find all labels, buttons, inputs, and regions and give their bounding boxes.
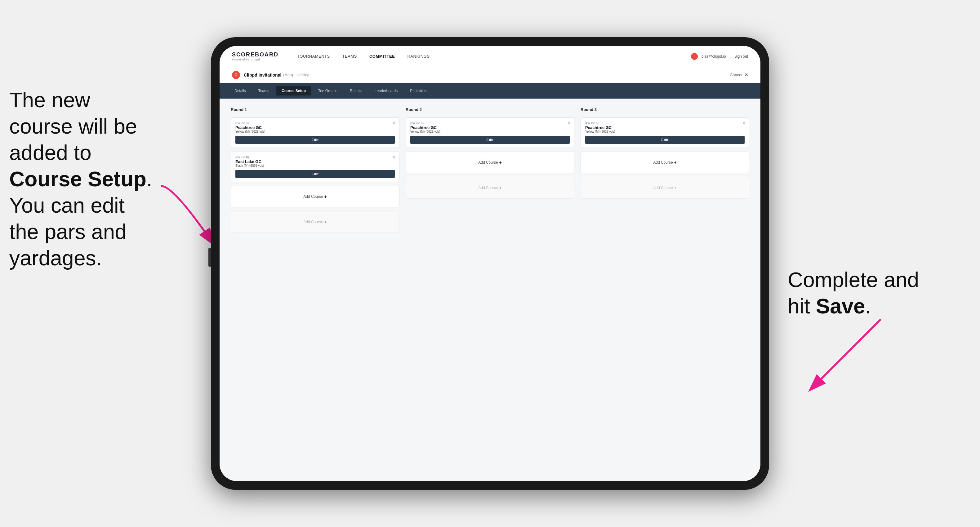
round1-course-b-tee: Black (M) (6891 yds) (235, 164, 395, 167)
round1-course-b-edit-button[interactable]: Edit (235, 170, 395, 178)
right-annotation: Complete and hit Save. (788, 267, 961, 319)
round3-add-course-button[interactable]: Add Course + (581, 152, 749, 173)
round1-course-a-edit-button[interactable]: Edit (235, 136, 395, 144)
cancel-button[interactable]: Cancel ✕ (730, 73, 748, 77)
tab-results[interactable]: Results (344, 86, 368, 95)
round2-add-course-button[interactable]: Add Course + (406, 152, 574, 173)
round1-course-a-label: (Course A) (235, 122, 395, 125)
round2-course-a-card: 🗑 (Course A) Peachtree GC Yellow (M) (66… (406, 117, 574, 148)
rounds-container: Round 1 🗑 (Course A) Peachtree GC Yellow… (231, 107, 749, 233)
round2-course-a-label: (Course A) (410, 122, 570, 125)
round1-course-a-name: Peachtree GC (235, 125, 395, 130)
sign-out-link[interactable]: Sign out (734, 54, 748, 59)
tablet-screen: SCOREBOARD Powered by clippd TOURNAMENTS… (220, 46, 760, 481)
tournament-bar: C Clippd Invitational (Men) Hosting Canc… (220, 67, 760, 83)
nav-separator: | (730, 54, 731, 59)
round2-add-plus-icon-2: + (499, 186, 502, 190)
user-avatar (691, 53, 698, 60)
round1-add-course-text-2: Add Course (303, 220, 323, 224)
round1-add-plus-icon-2: + (325, 219, 327, 224)
right-arrow (778, 316, 884, 397)
round3-add-course-button-2: Add Course + (581, 177, 749, 199)
save-bold: Save (816, 294, 865, 318)
round1-course-b-trash-icon[interactable]: 🗑 (393, 155, 396, 159)
round1-course-b-label: (Course B) (235, 156, 395, 159)
round3-course-a-label: (Course A) (585, 122, 745, 125)
sub-tab-bar: Details Teams Course Setup Tee Groups Re… (220, 83, 760, 98)
brand-name: SCOREBOARD (232, 51, 278, 58)
round1-add-course-button-2: Add Course + (231, 211, 399, 233)
nav-teams[interactable]: TEAMS (342, 54, 357, 59)
round2-course-a-trash-icon[interactable]: 🗑 (568, 121, 571, 125)
user-email: blair@clippd.io (702, 54, 726, 59)
round-1-column: Round 1 🗑 (Course A) Peachtree GC Yellow… (231, 107, 399, 233)
round-1-title: Round 1 (231, 107, 399, 112)
round3-add-plus-icon-2: + (674, 186, 677, 190)
left-annotation: The new course will be added to Course S… (9, 87, 183, 271)
main-content: Round 1 🗑 (Course A) Peachtree GC Yellow… (220, 98, 760, 481)
round2-course-a-tee: Yellow (M) (6629 yds) (410, 130, 570, 133)
round1-course-b-name: East Lake GC (235, 159, 395, 164)
course-setup-bold: Course Setup (9, 167, 146, 190)
tournament-division: (Men) (283, 73, 293, 77)
round3-course-a-edit-button[interactable]: Edit (585, 136, 745, 144)
round2-add-plus-icon: + (499, 160, 502, 165)
brand-powered: Powered by clippd (232, 58, 278, 61)
tab-course-setup[interactable]: Course Setup (276, 86, 311, 95)
round-2-column: Round 2 🗑 (Course A) Peachtree GC Yellow… (406, 107, 574, 233)
round3-course-a-name: Peachtree GC (585, 125, 745, 130)
round2-add-course-text: Add Course (478, 160, 498, 165)
tournament-name: Clippd Invitational (244, 73, 281, 78)
round3-course-a-card: 🗑 (Course A) Peachtree GC Yellow (M) (66… (581, 117, 749, 148)
round1-add-plus-icon: + (325, 194, 327, 199)
tab-teams[interactable]: Teams (253, 86, 275, 95)
round3-add-course-text-2: Add Course (653, 186, 673, 190)
round-2-title: Round 2 (406, 107, 574, 112)
tab-details[interactable]: Details (229, 86, 251, 95)
tournament-logo: C (232, 71, 240, 79)
round2-add-course-text-2: Add Course (478, 186, 498, 190)
round3-course-a-tee: Yellow (M) (6629 yds) (585, 130, 745, 133)
round3-add-plus-icon: + (674, 160, 677, 165)
nav-rankings[interactable]: RANKINGS (407, 54, 430, 59)
tab-printables[interactable]: Printables (404, 86, 432, 95)
round2-course-a-edit-button[interactable]: Edit (410, 136, 570, 144)
round1-add-course-button[interactable]: Add Course + (231, 186, 399, 207)
round2-course-a-name: Peachtree GC (410, 125, 570, 130)
nav-right: blair@clippd.io | Sign out (691, 53, 748, 60)
nav-committee[interactable]: COMMITTEE (369, 54, 395, 59)
round-3-title: Round 3 (581, 107, 749, 112)
tournament-status: Hosting (297, 73, 310, 77)
tablet-frame: SCOREBOARD Powered by clippd TOURNAMENTS… (211, 37, 769, 490)
top-nav: SCOREBOARD Powered by clippd TOURNAMENTS… (220, 46, 760, 67)
nav-tournaments[interactable]: TOURNAMENTS (297, 54, 330, 59)
round1-add-course-text: Add Course (303, 194, 323, 199)
round1-course-b-card: 🗑 (Course B) East Lake GC Black (M) (689… (231, 152, 399, 182)
tablet-side-button (208, 248, 211, 267)
round2-add-course-button-2: Add Course + (406, 177, 574, 199)
round-3-column: Round 3 🗑 (Course A) Peachtree GC Yellow… (581, 107, 749, 233)
round3-add-course-text: Add Course (653, 160, 673, 165)
tab-leaderboards[interactable]: Leaderboards (369, 86, 403, 95)
brand: SCOREBOARD Powered by clippd (232, 51, 278, 61)
tab-tee-groups[interactable]: Tee Groups (313, 86, 343, 95)
round1-course-a-card: 🗑 (Course A) Peachtree GC Yellow (M) (66… (231, 117, 399, 148)
round1-course-a-trash-icon[interactable]: 🗑 (393, 121, 396, 125)
round3-course-a-trash-icon[interactable]: 🗑 (743, 121, 746, 125)
round1-course-a-tee: Yellow (M) (6629 yds) (235, 130, 395, 133)
